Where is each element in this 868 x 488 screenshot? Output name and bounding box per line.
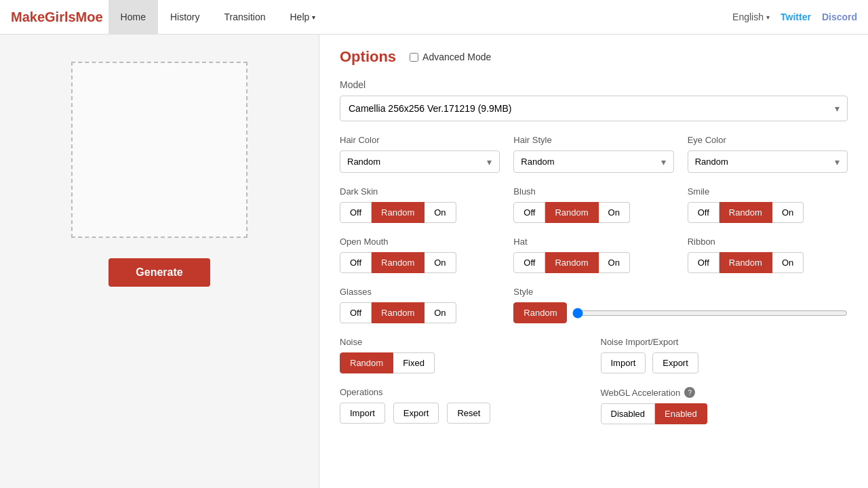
style-group: Style Random [513, 287, 848, 323]
webgl-info-icon[interactable]: ? [684, 387, 695, 398]
operations-label: Operations [340, 387, 587, 397]
glasses-random-button[interactable]: Random [372, 302, 425, 323]
eye-color-label: Eye Color [688, 135, 848, 145]
model-select-wrapper: Camellia 256x256 Ver.171219 (9.9MB) [340, 96, 848, 121]
noise-import-export-group: Noise Import/Export Import Export [601, 337, 848, 373]
operations-import-button[interactable]: Import [340, 403, 385, 424]
blush-group: Blush Off Random On [513, 186, 673, 223]
ribbon-off-button[interactable]: Off [688, 252, 719, 273]
blush-off-button[interactable]: Off [513, 202, 545, 223]
ribbon-toggle: Off Random On [688, 252, 848, 273]
eye-color-group: Eye Color Random [688, 135, 848, 173]
hat-off-button[interactable]: Off [513, 252, 545, 273]
webgl-disabled-button[interactable]: Disabled [601, 403, 656, 424]
smile-random-button[interactable]: Random [719, 202, 772, 223]
glasses-style-row: Glasses Off Random On Style Random [340, 287, 848, 323]
dark-skin-off-button[interactable]: Off [340, 202, 372, 223]
options-header: Options Advanced Mode [340, 48, 848, 66]
ribbon-random-button[interactable]: Random [719, 252, 772, 273]
open-mouth-off-button[interactable]: Off [340, 252, 372, 273]
noise-fixed-button[interactable]: Fixed [393, 352, 435, 373]
main-layout: Generate Options Advanced Mode Model Cam… [0, 35, 868, 488]
blush-label: Blush [513, 186, 673, 197]
glasses-on-button[interactable]: On [425, 302, 456, 323]
noise-label: Noise [340, 337, 587, 347]
twitter-link[interactable]: Twitter [781, 12, 811, 22]
style-label: Style [513, 287, 848, 297]
dark-skin-label: Dark Skin [340, 186, 500, 197]
left-panel: Generate [0, 35, 319, 488]
dark-skin-random-button[interactable]: Random [372, 202, 425, 223]
dark-skin-on-button[interactable]: On [425, 202, 456, 223]
nav-history[interactable]: History [158, 0, 212, 35]
ribbon-group: Ribbon Off Random On [688, 237, 848, 273]
smile-group: Smile Off Random On [688, 186, 848, 223]
hair-color-dropdown-wrapper: Random [340, 150, 500, 173]
nav-transition[interactable]: Transition [212, 0, 278, 35]
ribbon-label: Ribbon [688, 237, 848, 247]
noise-row: Noise Random Fixed Noise Import/Export I… [340, 337, 848, 373]
hair-color-group: Hair Color Random [340, 135, 500, 173]
webgl-label: WebGL Acceleration [601, 388, 681, 398]
hat-label: Hat [513, 237, 673, 247]
hair-style-group: Hair Style Random [513, 135, 673, 173]
webgl-toggle: Disabled Enabled [601, 403, 707, 424]
noise-import-button[interactable]: Import [601, 352, 646, 373]
model-select[interactable]: Camellia 256x256 Ver.171219 (9.9MB) [340, 96, 848, 121]
blush-on-button[interactable]: On [599, 202, 630, 223]
right-panel: Options Advanced Mode Model Camellia 256… [319, 35, 868, 488]
blush-random-button[interactable]: Random [545, 202, 598, 223]
hair-style-label: Hair Style [513, 135, 673, 145]
glasses-label: Glasses [340, 287, 500, 297]
generate-button[interactable]: Generate [108, 258, 210, 287]
hair-style-select[interactable]: Random [513, 150, 673, 173]
dark-skin-blush-smile-row: Dark Skin Off Random On Blush Off Random… [340, 186, 848, 223]
noise-group: Noise Random Fixed [340, 337, 587, 373]
hair-style-dropdown-wrapper: Random [513, 150, 673, 173]
glasses-off-button[interactable]: Off [340, 302, 372, 323]
eye-color-select[interactable]: Random [688, 150, 848, 173]
model-label: Model [340, 79, 848, 90]
open-mouth-random-button[interactable]: Random [372, 252, 425, 273]
glasses-toggle: Off Random On [340, 302, 500, 323]
smile-toggle: Off Random On [688, 202, 848, 223]
noise-random-button[interactable]: Random [340, 352, 393, 373]
open-mouth-group: Open Mouth Off Random On [340, 237, 500, 273]
style-random-button[interactable]: Random [513, 302, 567, 323]
hat-toggle: Off Random On [513, 252, 673, 273]
discord-link[interactable]: Discord [822, 12, 857, 22]
advanced-mode-checkbox[interactable] [410, 53, 418, 62]
smile-off-button[interactable]: Off [688, 202, 719, 223]
navbar: MakeGirlsMoe Home History Transition Hel… [0, 0, 868, 35]
hat-random-button[interactable]: Random [545, 252, 598, 273]
webgl-label-row: WebGL Acceleration ? [601, 387, 696, 398]
glasses-group: Glasses Off Random On [340, 287, 500, 323]
ribbon-on-button[interactable]: On [772, 252, 804, 273]
webgl-enabled-button[interactable]: Enabled [655, 403, 707, 424]
eye-color-dropdown-wrapper: Random [688, 150, 848, 173]
style-slider[interactable] [572, 308, 848, 319]
noise-import-export-buttons: Import Export [601, 352, 848, 373]
open-mouth-on-button[interactable]: On [425, 252, 456, 273]
operations-reset-button[interactable]: Reset [447, 403, 490, 424]
nav-home[interactable]: Home [108, 0, 158, 35]
smile-on-button[interactable]: On [772, 202, 804, 223]
hair-eye-row: Hair Color Random Hair Style Random [340, 135, 848, 173]
noise-export-button[interactable]: Export [652, 352, 698, 373]
nav-items: Home History Transition Help [108, 0, 732, 35]
hat-group: Hat Off Random On [513, 237, 673, 273]
lang-chevron-icon [766, 14, 770, 21]
model-section: Model Camellia 256x256 Ver.171219 (9.9MB… [340, 79, 848, 121]
hair-color-select[interactable]: Random [340, 150, 500, 173]
brand-logo: MakeGirlsMoe [11, 9, 103, 25]
language-selector[interactable]: English [732, 12, 770, 22]
nav-help[interactable]: Help [277, 0, 328, 35]
style-control: Random [513, 302, 848, 323]
advanced-mode-label[interactable]: Advanced Mode [410, 52, 491, 62]
operations-export-button[interactable]: Export [393, 403, 439, 424]
dark-skin-group: Dark Skin Off Random On [340, 186, 500, 223]
webgl-group: WebGL Acceleration ? Disabled Enabled [601, 387, 848, 424]
hat-on-button[interactable]: On [599, 252, 630, 273]
smile-label: Smile [688, 186, 848, 197]
operations-webgl-row: Operations Import Export Reset WebGL Acc… [340, 387, 848, 424]
